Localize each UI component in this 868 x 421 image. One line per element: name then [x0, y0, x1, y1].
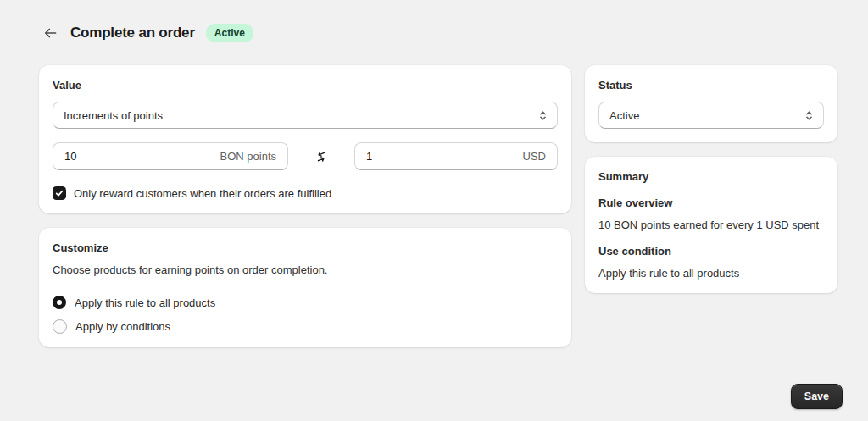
- checkmark-icon: [55, 189, 64, 197]
- status-select[interactable]: Active: [598, 102, 824, 129]
- radio-option-all-products[interactable]: Apply this rule to all products: [53, 296, 558, 309]
- summary-use-condition-text: Apply this rule to all products: [598, 267, 824, 280]
- status-badge: Active: [206, 24, 253, 42]
- arrow-left-icon: [42, 25, 58, 41]
- radio-selected[interactable]: [53, 296, 66, 309]
- right-column: Status Active Summary Rule overview 10 B…: [585, 65, 837, 293]
- radio-option-by-conditions-label: Apply by conditions: [75, 320, 170, 333]
- main-content: Value Increments of points BON points: [0, 42, 868, 347]
- apply-options-group: Apply this rule to all products Apply by…: [53, 296, 558, 334]
- swap-arrows-icon: [288, 150, 354, 163]
- summary-section-use-condition: Use condition Apply this rule to all pro…: [598, 245, 824, 280]
- customize-card: Customize Choose products for earning po…: [39, 228, 571, 347]
- conversion-row: BON points USD: [53, 142, 558, 170]
- status-select-value: Active: [609, 109, 639, 122]
- usd-suffix: USD: [523, 150, 546, 163]
- left-column: Value Increments of points BON points: [39, 65, 571, 347]
- summary-card-title: Summary: [598, 170, 824, 183]
- summary-section-rule-overview: Rule overview 10 BON points earned for e…: [598, 197, 824, 231]
- summary-rule-overview-text: 10 BON points earned for every 1 USD spe…: [598, 219, 824, 231]
- points-field: BON points: [53, 142, 288, 170]
- value-type-select-value: Increments of points: [64, 109, 163, 122]
- caret-up-down-icon: [537, 110, 548, 121]
- page-header: Complete an order Active: [0, 0, 868, 42]
- points-input[interactable]: [64, 150, 220, 163]
- usd-field: USD: [354, 142, 558, 170]
- customize-card-title: Customize: [53, 241, 558, 254]
- customize-description: Choose products for earning points on or…: [53, 263, 558, 276]
- save-button[interactable]: Save: [791, 384, 843, 409]
- caret-up-down-icon: [804, 110, 815, 121]
- fulfilled-checkbox[interactable]: [53, 186, 66, 200]
- summary-rule-overview-heading: Rule overview: [598, 197, 824, 209]
- value-card: Value Increments of points BON points: [39, 65, 571, 213]
- status-card-title: Status: [598, 79, 824, 91]
- fulfilled-checkbox-label: Only reward customers when their orders …: [74, 187, 331, 200]
- usd-input[interactable]: [366, 150, 523, 163]
- value-type-select[interactable]: Increments of points: [53, 102, 558, 129]
- status-card: Status Active: [585, 65, 837, 142]
- summary-use-condition-heading: Use condition: [598, 245, 824, 258]
- radio-option-by-conditions[interactable]: Apply by conditions: [53, 319, 558, 334]
- page-title: Complete an order: [70, 25, 195, 42]
- radio-unselected[interactable]: [53, 319, 67, 334]
- value-card-title: Value: [53, 79, 558, 91]
- back-button[interactable]: [41, 24, 59, 42]
- radio-option-all-products-label: Apply this rule to all products: [75, 296, 215, 309]
- points-suffix: BON points: [220, 150, 276, 163]
- fulfilled-checkbox-row[interactable]: Only reward customers when their orders …: [53, 186, 558, 200]
- summary-card: Summary Rule overview 10 BON points earn…: [585, 157, 837, 293]
